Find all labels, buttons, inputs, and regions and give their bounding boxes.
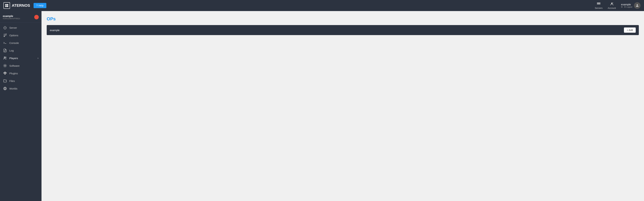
account-section[interactable]: example ⚙ ⚙ Logout bbox=[621, 2, 640, 9]
account-nav[interactable]: Account bbox=[608, 2, 616, 9]
avatar bbox=[634, 2, 640, 9]
ops-username: example bbox=[50, 29, 60, 32]
sidebar-item-plugins[interactable]: Plugins bbox=[0, 70, 42, 77]
sidebar-server-name: example bbox=[3, 14, 20, 18]
files-icon bbox=[3, 79, 7, 83]
header: ATERNOS ? Help Servers Account example ⚙ bbox=[0, 0, 644, 11]
help-button[interactable]: ? Help bbox=[34, 3, 46, 8]
page-title: OPs bbox=[47, 16, 639, 22]
sidebar-item-label: Log bbox=[9, 49, 14, 52]
settings-icon: ⚙ bbox=[621, 6, 623, 8]
svg-point-7 bbox=[600, 4, 600, 4]
help-icon: ? bbox=[36, 4, 38, 7]
logo[interactable]: ATERNOS bbox=[4, 2, 30, 9]
worlds-icon bbox=[3, 86, 7, 90]
servers-nav[interactable]: Servers bbox=[595, 2, 603, 9]
svg-point-6 bbox=[600, 2, 600, 3]
sidebar-item-files[interactable]: Files bbox=[0, 77, 42, 85]
svg-point-10 bbox=[636, 4, 638, 6]
sidebar-item-label: Worlds bbox=[9, 87, 17, 90]
sidebar-item-options[interactable]: Options bbox=[0, 32, 42, 39]
sidebar-item-label: Players bbox=[9, 57, 18, 60]
sidebar-item-label: Server bbox=[9, 26, 17, 29]
servers-icon bbox=[596, 2, 601, 6]
main-content: OPs example + Add bbox=[42, 11, 644, 201]
account-icon bbox=[610, 2, 614, 6]
svg-point-19 bbox=[4, 57, 5, 58]
svg-point-8 bbox=[611, 2, 612, 4]
svg-point-20 bbox=[5, 57, 6, 58]
svg-point-14 bbox=[6, 34, 6, 34]
sidebar-item-log[interactable]: Log bbox=[0, 47, 42, 54]
logo-icon bbox=[4, 2, 10, 9]
plugins-icon bbox=[3, 72, 7, 75]
svg-point-21 bbox=[4, 65, 6, 66]
record-button[interactable] bbox=[34, 15, 39, 19]
add-op-button[interactable]: + Add bbox=[624, 28, 636, 33]
sidebar-item-server[interactable]: Server bbox=[0, 24, 42, 32]
sidebar-item-label: Console bbox=[9, 42, 19, 44]
sidebar-item-label: Options bbox=[9, 34, 18, 37]
sidebar-item-label: Files bbox=[9, 80, 15, 82]
layout: example #D8hcD8kHxPNfb2c Server Optio bbox=[0, 11, 644, 201]
account-username: example bbox=[621, 3, 632, 6]
svg-rect-1 bbox=[7, 4, 8, 5]
sidebar-server-id: #D8hcD8kHxPNfb2c bbox=[3, 18, 20, 20]
sidebar-item-players[interactable]: Players › bbox=[0, 54, 42, 62]
svg-rect-22 bbox=[4, 72, 4, 73]
power-icon bbox=[3, 26, 7, 30]
sidebar-item-worlds[interactable]: Worlds bbox=[0, 85, 42, 92]
log-icon bbox=[3, 48, 7, 52]
sidebar-item-software[interactable]: Software bbox=[0, 62, 42, 70]
chevron-right-icon: › bbox=[38, 57, 38, 60]
console-icon bbox=[3, 41, 7, 45]
header-right: Servers Account example ⚙ ⚙ Logout bbox=[595, 2, 640, 9]
sidebar: example #D8hcD8kHxPNfb2c Server Optio bbox=[0, 11, 42, 201]
svg-rect-11 bbox=[4, 34, 6, 34]
ops-row: example + Add bbox=[47, 25, 639, 35]
server-info-text: example #D8hcD8kHxPNfb2c bbox=[3, 14, 20, 20]
svg-rect-2 bbox=[5, 6, 6, 7]
sidebar-server-info: example #D8hcD8kHxPNfb2c bbox=[0, 13, 42, 22]
account-info: example ⚙ ⚙ Logout bbox=[621, 3, 632, 8]
svg-rect-25 bbox=[6, 72, 6, 73]
sidebar-item-console[interactable]: Console bbox=[0, 39, 42, 47]
svg-rect-12 bbox=[4, 35, 6, 36]
players-icon bbox=[3, 56, 7, 60]
sidebar-item-label: Plugins bbox=[9, 72, 18, 75]
account-sub: ⚙ ⚙ Logout bbox=[621, 6, 632, 8]
sidebar-item-label: Software bbox=[9, 64, 20, 67]
logo-text: ATERNOS bbox=[12, 3, 30, 8]
svg-rect-0 bbox=[5, 4, 6, 5]
options-icon bbox=[3, 33, 7, 37]
svg-rect-3 bbox=[7, 6, 8, 7]
avatar-icon bbox=[635, 4, 639, 8]
sidebar-nav: Server Options Console bbox=[0, 22, 42, 94]
software-icon bbox=[3, 64, 7, 68]
